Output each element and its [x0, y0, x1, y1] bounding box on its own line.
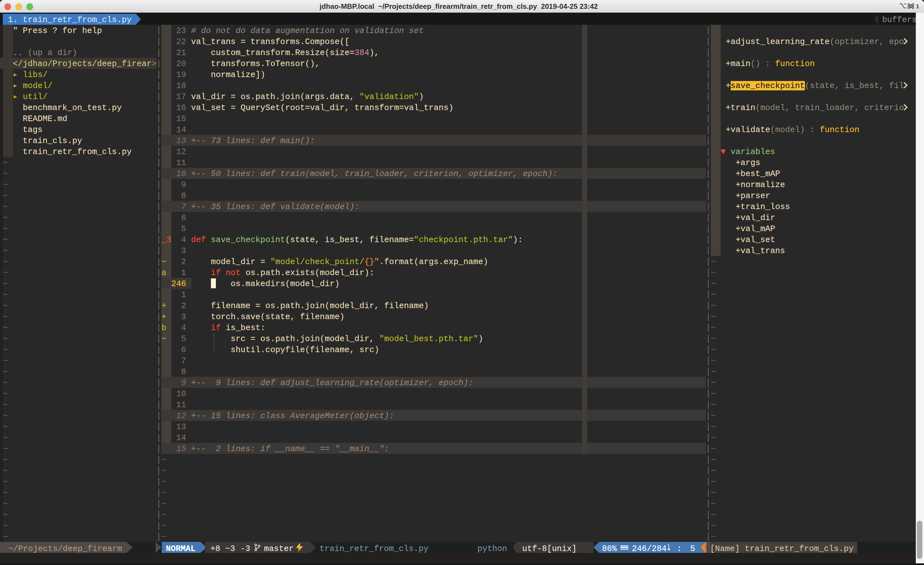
svg-text:1: 1 — [916, 3, 920, 9]
